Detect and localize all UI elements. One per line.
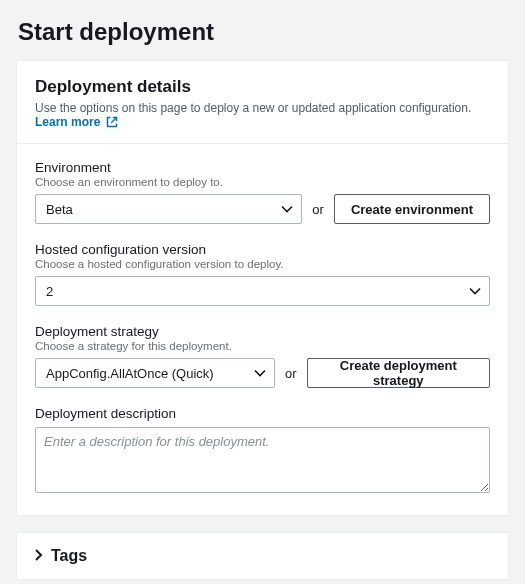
description-label: Deployment description: [35, 406, 490, 421]
version-value: 2: [46, 284, 53, 299]
page-title: Start deployment: [18, 18, 509, 46]
details-title: Deployment details: [35, 77, 490, 97]
chevron-down-icon: [254, 366, 266, 381]
chevron-down-icon: [469, 284, 481, 299]
environment-value: Beta: [46, 202, 73, 217]
environment-select[interactable]: Beta: [35, 194, 302, 224]
create-environment-button[interactable]: Create environment: [334, 194, 490, 224]
details-header: Deployment details Use the options on th…: [17, 61, 508, 144]
version-field: Hosted configuration version Choose a ho…: [35, 242, 490, 306]
chevron-down-icon: [281, 202, 293, 217]
strategy-label: Deployment strategy: [35, 324, 490, 339]
version-desc: Choose a hosted configuration version to…: [35, 258, 490, 270]
description-field: Deployment description: [35, 406, 490, 497]
caret-right-icon: [35, 547, 43, 565]
strategy-select[interactable]: AppConfig.AllAtOnce (Quick): [35, 358, 275, 388]
environment-or: or: [312, 202, 324, 217]
description-textarea[interactable]: [35, 427, 490, 493]
learn-more-text: Learn more: [35, 115, 100, 129]
strategy-desc: Choose a strategy for this deployment.: [35, 340, 490, 352]
version-select[interactable]: 2: [35, 276, 490, 306]
strategy-value: AppConfig.AllAtOnce (Quick): [46, 366, 214, 381]
environment-label: Environment: [35, 160, 490, 175]
environment-field: Environment Choose an environment to dep…: [35, 160, 490, 224]
learn-more-link[interactable]: Learn more: [35, 115, 118, 129]
tags-toggle[interactable]: Tags: [35, 547, 490, 565]
tags-panel: Tags: [16, 532, 509, 580]
version-label: Hosted configuration version: [35, 242, 490, 257]
tags-title: Tags: [51, 547, 87, 565]
details-panel: Deployment details Use the options on th…: [16, 60, 509, 516]
strategy-or: or: [285, 366, 297, 381]
details-desc: Use the options on this page to deploy a…: [35, 101, 490, 131]
create-strategy-button[interactable]: Create deployment strategy: [307, 358, 490, 388]
strategy-field: Deployment strategy Choose a strategy fo…: [35, 324, 490, 388]
details-desc-text: Use the options on this page to deploy a…: [35, 101, 471, 115]
external-link-icon: [106, 116, 118, 131]
environment-desc: Choose an environment to deploy to.: [35, 176, 490, 188]
